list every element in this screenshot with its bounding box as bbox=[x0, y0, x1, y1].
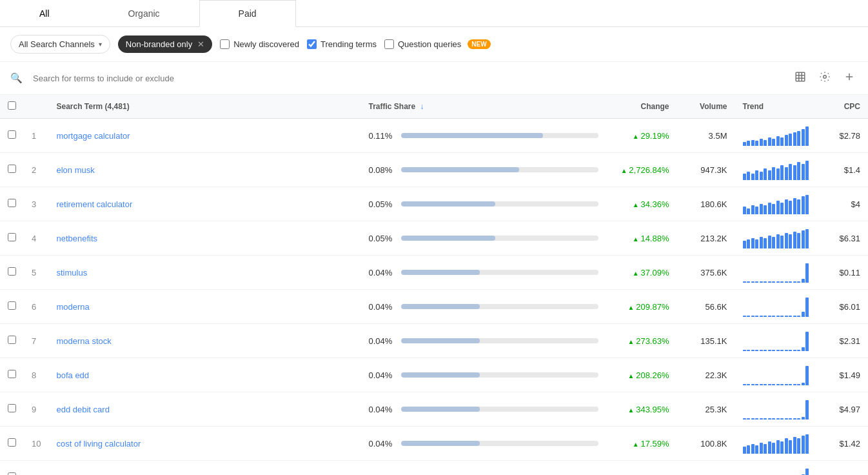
term-link[interactable]: edd debit card bbox=[56, 405, 109, 414]
row-traffic: 0.08% bbox=[361, 153, 606, 187]
row-check[interactable] bbox=[0, 221, 24, 256]
row-checkbox[interactable] bbox=[8, 301, 16, 310]
row-trend bbox=[735, 153, 817, 187]
settings-icon[interactable] bbox=[816, 68, 833, 88]
export-excel-icon[interactable] bbox=[792, 68, 809, 88]
term-link[interactable]: retirement calculator bbox=[56, 199, 132, 209]
row-term[interactable]: edd debit card bbox=[48, 392, 360, 427]
channels-label: All Search Channels bbox=[19, 39, 95, 49]
row-term[interactable]: cost of living calculator bbox=[48, 427, 360, 461]
header-traffic[interactable]: Traffic Share ↓ bbox=[361, 95, 606, 119]
traffic-bar-fill bbox=[401, 236, 496, 241]
newly-discovered-label[interactable]: Newly discovered bbox=[220, 39, 299, 49]
row-volume: 213.2K bbox=[677, 221, 735, 256]
term-link[interactable]: elon musk bbox=[56, 165, 94, 175]
row-check[interactable] bbox=[0, 256, 24, 290]
row-checkbox[interactable] bbox=[8, 130, 16, 139]
traffic-pct: 0.04% bbox=[369, 268, 396, 278]
row-check[interactable] bbox=[0, 324, 24, 358]
row-term[interactable]: elon musk bbox=[48, 153, 360, 187]
row-checkbox[interactable] bbox=[8, 336, 16, 344]
traffic-bar-fill bbox=[401, 372, 480, 378]
row-checkbox[interactable] bbox=[8, 438, 16, 447]
traffic-bar-bg bbox=[401, 133, 598, 138]
question-queries-checkbox[interactable] bbox=[384, 39, 394, 49]
row-check[interactable] bbox=[0, 290, 24, 324]
header-volume[interactable]: Volume bbox=[677, 95, 735, 119]
traffic-bar-fill bbox=[401, 270, 480, 275]
term-link[interactable]: bofa edd bbox=[56, 370, 89, 380]
tabs-bar: All Organic Paid bbox=[0, 0, 868, 27]
row-term[interactable]: mortgage calculator bbox=[48, 119, 360, 153]
row-checkbox[interactable] bbox=[8, 370, 16, 378]
row-traffic: 0.04% bbox=[361, 358, 606, 392]
traffic-bar-fill bbox=[401, 167, 520, 172]
row-num: 2 bbox=[24, 153, 48, 187]
term-link[interactable]: moderna stock bbox=[56, 336, 111, 346]
trending-terms-label[interactable]: Trending terms bbox=[307, 39, 377, 49]
add-icon[interactable] bbox=[841, 68, 858, 88]
term-link[interactable]: refinance calculator bbox=[56, 473, 129, 476]
trend-bars bbox=[743, 399, 809, 419]
traffic-bar-bg bbox=[401, 270, 598, 275]
tab-all[interactable]: All bbox=[0, 0, 89, 26]
channels-filter-btn[interactable]: All Search Channels ▾ bbox=[10, 35, 110, 54]
header-check[interactable] bbox=[0, 95, 24, 119]
tab-paid[interactable]: Paid bbox=[199, 0, 296, 27]
trend-bars bbox=[743, 262, 809, 283]
row-check[interactable] bbox=[0, 187, 24, 221]
row-checkbox[interactable] bbox=[8, 233, 16, 241]
trending-terms-checkbox[interactable] bbox=[307, 39, 317, 49]
trend-bars bbox=[743, 296, 809, 317]
row-term[interactable]: stimulus bbox=[48, 256, 360, 290]
row-term[interactable]: moderna bbox=[48, 290, 360, 324]
header-term[interactable]: Search Term (4,481) bbox=[48, 95, 360, 119]
row-change: 37.09% bbox=[606, 256, 677, 290]
row-num: 1 bbox=[24, 119, 48, 153]
row-check[interactable] bbox=[0, 461, 24, 476]
term-link[interactable]: moderna bbox=[56, 302, 89, 312]
row-volume: 25.3K bbox=[677, 392, 735, 427]
row-check[interactable] bbox=[0, 392, 24, 427]
term-link[interactable]: cost of living calculator bbox=[56, 439, 141, 449]
row-volume: 375.6K bbox=[677, 256, 735, 290]
row-trend bbox=[735, 427, 817, 461]
row-check[interactable] bbox=[0, 427, 24, 461]
row-checkbox[interactable] bbox=[8, 267, 16, 276]
row-cpc: $2.31 bbox=[816, 324, 868, 358]
row-term[interactable]: bofa edd bbox=[48, 358, 360, 392]
question-queries-label[interactable]: Question queries NEW bbox=[384, 39, 491, 49]
nonbranded-filter-btn[interactable]: Non-branded only ✕ bbox=[118, 35, 212, 53]
row-num: 10 bbox=[24, 427, 48, 461]
row-check[interactable] bbox=[0, 119, 24, 153]
newly-discovered-checkbox[interactable] bbox=[220, 39, 230, 49]
sort-icon: ↓ bbox=[420, 102, 424, 111]
row-checkbox[interactable] bbox=[8, 199, 16, 207]
header-cpc[interactable]: CPC bbox=[816, 95, 868, 119]
row-checkbox[interactable] bbox=[8, 404, 16, 412]
tab-organic[interactable]: Organic bbox=[89, 0, 199, 26]
row-check[interactable] bbox=[0, 153, 24, 187]
traffic-pct: 0.05% bbox=[369, 199, 396, 209]
header-trend[interactable]: Trend bbox=[735, 95, 817, 119]
row-term[interactable]: netbenefits bbox=[48, 221, 360, 256]
row-cpc: $1.4 bbox=[816, 153, 868, 187]
term-link[interactable]: netbenefits bbox=[56, 234, 97, 243]
change-value: 37.09% bbox=[633, 268, 669, 278]
close-icon[interactable]: ✕ bbox=[197, 39, 204, 49]
row-term[interactable]: retirement calculator bbox=[48, 187, 360, 221]
term-link[interactable]: stimulus bbox=[56, 268, 87, 278]
traffic-pct: 0.04% bbox=[369, 336, 396, 346]
header-change[interactable]: Change bbox=[606, 95, 677, 119]
row-checkbox[interactable] bbox=[8, 165, 16, 173]
row-check[interactable] bbox=[0, 358, 24, 392]
select-all-checkbox[interactable] bbox=[8, 101, 16, 110]
row-checkbox[interactable] bbox=[8, 472, 16, 475]
row-term[interactable]: moderna stock bbox=[48, 324, 360, 358]
search-input[interactable] bbox=[28, 71, 787, 86]
term-link[interactable]: mortgage calculator bbox=[56, 131, 130, 141]
row-term[interactable]: refinance calculator bbox=[48, 461, 360, 476]
traffic-pct: 0.04% bbox=[369, 370, 396, 380]
traffic-bar-bg bbox=[401, 236, 598, 241]
trend-bars bbox=[743, 159, 809, 180]
